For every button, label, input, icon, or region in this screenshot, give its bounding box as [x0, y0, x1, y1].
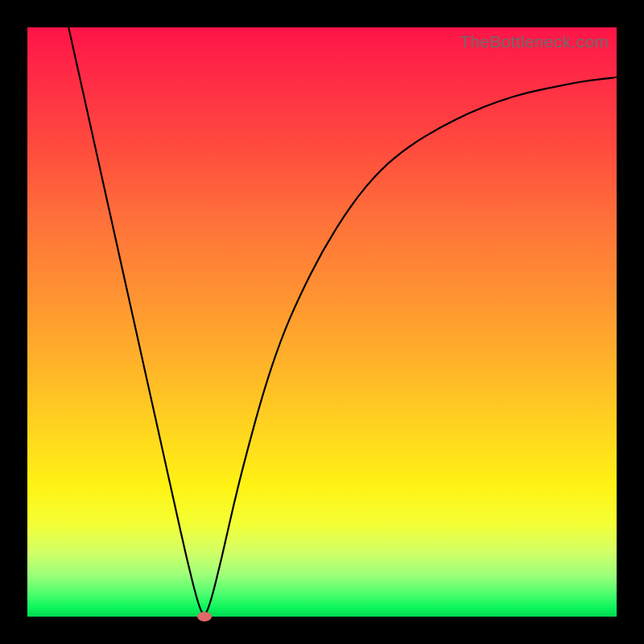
watermark-label: TheBottleneck.com	[460, 32, 609, 52]
plot-area: TheBottleneck.com	[27, 27, 617, 617]
bottleneck-curve	[27, 27, 617, 617]
minimum-marker	[197, 612, 212, 621]
chart-frame: TheBottleneck.com	[0, 0, 644, 644]
